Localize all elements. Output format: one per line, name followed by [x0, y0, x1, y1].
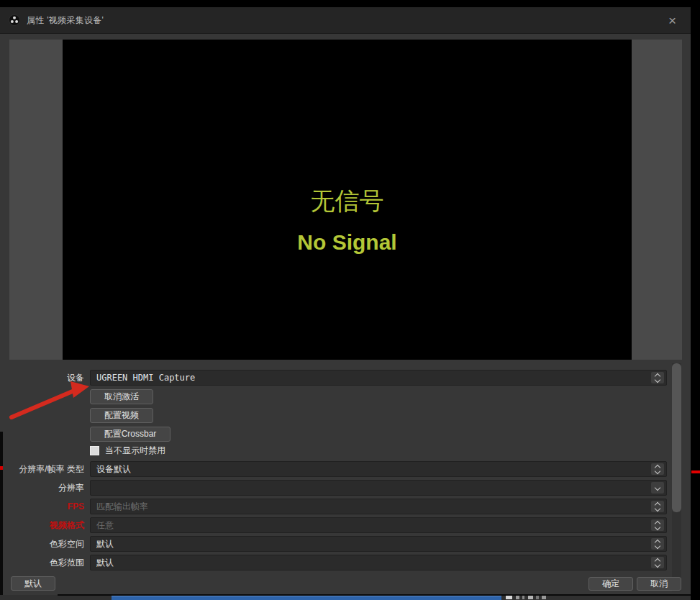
- preview-panel: 无信号 No Signal: [9, 40, 682, 360]
- screen: 属性 '视频采集设备' × 无信号 No Signal 设备 UGREEN HD…: [0, 0, 700, 600]
- color-space-value: 默认: [96, 537, 647, 551]
- properties-dialog: 属性 '视频采集设备' × 无信号 No Signal 设备 UGREEN HD…: [0, 7, 691, 595]
- color-range-select[interactable]: 默认: [90, 555, 667, 571]
- video-format-label: 视频格式: [0, 517, 84, 533]
- spinner-arrows-icon[interactable]: [651, 557, 664, 568]
- spinner-arrows-icon[interactable]: [651, 372, 664, 383]
- spinner-arrows-icon[interactable]: [651, 538, 664, 550]
- obs-logo-icon: [9, 14, 20, 26]
- video-format-select[interactable]: 任意: [90, 517, 667, 533]
- deactivate-when-not-showing-checkbox[interactable]: [90, 446, 99, 455]
- res-fps-type-select[interactable]: 设备默认: [90, 461, 667, 477]
- no-signal-text-zh: 无信号: [63, 187, 632, 214]
- background-blue-bar: [112, 596, 501, 600]
- chevron-down-icon[interactable]: [651, 482, 664, 494]
- color-range-label: 色彩范围: [0, 555, 84, 571]
- ok-button[interactable]: 确定: [588, 577, 633, 591]
- screen-right-edge: [691, 0, 700, 600]
- color-space-label: 色彩空间: [0, 536, 84, 552]
- spinner-arrows-icon[interactable]: [651, 519, 664, 531]
- scrollbar-thumb[interactable]: [672, 363, 681, 512]
- red-mark-left: [0, 466, 3, 470]
- background-fragment: [542, 596, 546, 599]
- color-range-value: 默认: [96, 555, 647, 570]
- configure-video-button[interactable]: 配置视频: [90, 408, 153, 423]
- red-arrow-annotation: [4, 380, 94, 422]
- device-select-value: UGREEN HDMI Capture: [96, 371, 647, 385]
- dialog-titlebar[interactable]: 属性 '视频采集设备' ×: [0, 7, 691, 34]
- device-select[interactable]: UGREEN HDMI Capture: [90, 370, 667, 386]
- form-scrollbar[interactable]: [672, 363, 681, 591]
- background-fragment: [516, 596, 519, 599]
- res-fps-type-value: 设备默认: [96, 462, 647, 476]
- configure-crossbar-button[interactable]: 配置Crossbar: [90, 427, 171, 442]
- screen-left-edge: [0, 432, 3, 595]
- red-mark-right: [691, 471, 700, 473]
- background-fragment: [528, 596, 533, 599]
- cancel-button[interactable]: 取消: [637, 577, 681, 591]
- fps-value: 匹配输出帧率: [96, 499, 647, 514]
- close-icon[interactable]: ×: [664, 14, 681, 27]
- background-fragment: [522, 596, 524, 599]
- background-fragment: [536, 596, 539, 599]
- defaults-button[interactable]: 默认: [11, 576, 55, 591]
- resolution-select[interactable]: [90, 480, 667, 496]
- deactivate-button[interactable]: 取消激活: [90, 389, 153, 404]
- resolution-label: 分辨率: [0, 480, 84, 496]
- no-signal-text-en: No Signal: [63, 230, 632, 255]
- video-preview: 无信号 No Signal: [63, 40, 632, 360]
- fps-select[interactable]: 匹配输出帧率: [90, 499, 667, 514]
- background-fragment: [506, 596, 512, 599]
- spinner-arrows-icon[interactable]: [651, 463, 664, 475]
- color-space-select[interactable]: 默认: [90, 536, 667, 552]
- checkbox-label: 当不显示时禁用: [105, 445, 165, 456]
- video-format-value: 任意: [96, 518, 647, 532]
- spinner-arrows-icon[interactable]: [651, 501, 664, 512]
- res-fps-type-label: 分辨率/帧率 类型: [0, 461, 84, 477]
- fps-label: FPS: [0, 499, 84, 514]
- dialog-title: 属性 '视频采集设备': [27, 14, 104, 27]
